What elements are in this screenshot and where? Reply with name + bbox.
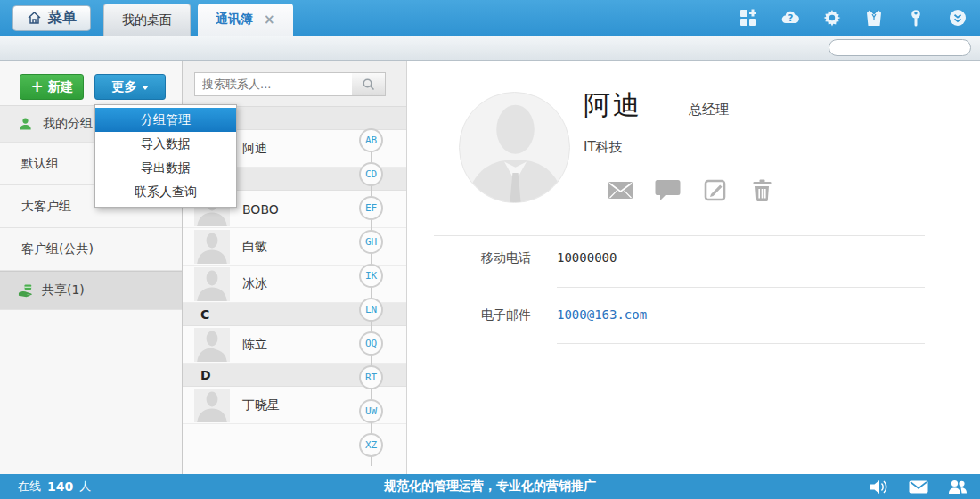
- alphabet-index-cd[interactable]: CD: [359, 162, 383, 186]
- send-email-icon[interactable]: [608, 179, 633, 201]
- online-label: 在线: [18, 479, 41, 495]
- collapse-circle-icon[interactable]: [948, 8, 968, 28]
- menu-button[interactable]: 菜单: [12, 5, 91, 31]
- menu-item-import-data[interactable]: 导入数据: [95, 132, 236, 156]
- plus-icon: +: [30, 79, 43, 94]
- avatar: [194, 230, 230, 264]
- contact-name: 冰冰: [242, 276, 267, 292]
- more-button-label: 更多: [112, 79, 137, 95]
- send-sms-icon[interactable]: [655, 179, 681, 201]
- online-unit: 人: [79, 479, 91, 495]
- avatar: [194, 389, 230, 422]
- letter-label: D: [200, 368, 211, 382]
- more-button[interactable]: 更多: [94, 74, 166, 100]
- contact-detail-panel: 阿迪 总经理 IT科技: [407, 61, 980, 474]
- avatar: [194, 328, 230, 362]
- topbar: 菜单 我的桌面 通讯簿 × ?: [0, 0, 980, 36]
- contact-company: IT科技: [584, 139, 623, 156]
- password-key-icon[interactable]: [906, 8, 926, 28]
- contact-name: 阿迪: [242, 141, 267, 157]
- alphabet-index-rt[interactable]: RT: [359, 365, 383, 389]
- contact-job-title: 总经理: [689, 102, 729, 119]
- svg-text:?: ?: [788, 13, 793, 23]
- alphabet-index-ef[interactable]: EF: [359, 196, 383, 220]
- home-icon: [27, 11, 42, 25]
- contact-actions: [608, 179, 775, 201]
- sidebar-item-shared[interactable]: 共享(1): [0, 271, 182, 310]
- letter-label: C: [200, 307, 209, 322]
- menu-item-group-management[interactable]: 分组管理: [95, 108, 236, 132]
- user-icon: [18, 117, 33, 131]
- alphabet-index-ik[interactable]: IK: [359, 264, 383, 288]
- alphabet-index-ab[interactable]: AB: [359, 128, 383, 152]
- sidebar-item-label: 默认组: [21, 156, 59, 172]
- sidebar-item-label: 共享(1): [42, 282, 85, 299]
- online-status: 在线 140 人: [18, 479, 91, 495]
- contact-name: 阿迪: [584, 87, 642, 124]
- tab-my-desktop[interactable]: 我的桌面: [103, 4, 191, 36]
- field-value-email-link[interactable]: 1000@163.com: [557, 307, 647, 322]
- edit-contact-icon[interactable]: [702, 179, 728, 201]
- toolbar: [0, 36, 980, 61]
- divider: [434, 235, 925, 236]
- settings-gear-icon[interactable]: [822, 8, 842, 28]
- statusbar-icon-group: [870, 479, 968, 495]
- slogan-text: 规范化的管理运营，专业化的营销推广: [0, 479, 980, 495]
- field-value-mobile: 10000000: [557, 250, 617, 265]
- contact-name: BOBO: [242, 202, 279, 217]
- sidebar-actions: + 新建 更多: [0, 61, 182, 105]
- divider: [557, 343, 925, 344]
- contact-name: 丁晓星: [242, 397, 280, 413]
- statusbar: 在线 140 人 规范化的管理运营，专业化的营销推广: [0, 474, 980, 499]
- alphabet-index-gh[interactable]: GH: [359, 230, 383, 254]
- contact-search-bar: [183, 61, 406, 107]
- contact-name: 白敏: [242, 239, 267, 255]
- contact-avatar: [459, 92, 570, 203]
- topbar-icon-group: ?: [739, 8, 968, 28]
- sidebar-item-label: 大客户组: [21, 199, 71, 215]
- new-button-label: 新建: [48, 79, 73, 95]
- global-search-input[interactable]: [839, 42, 968, 54]
- sidebar-item-label: 客户组(公共): [21, 241, 94, 258]
- menu-item-contact-query[interactable]: 联系人查询: [95, 180, 236, 204]
- sidebar-item-customer-group-public[interactable]: 客户组(公共): [0, 228, 182, 271]
- alphabet-index-xz[interactable]: XZ: [359, 433, 383, 457]
- tab-address-book[interactable]: 通讯簿 ×: [198, 4, 293, 36]
- contact-name: 陈立: [242, 337, 267, 353]
- chevron-down-icon: [142, 86, 149, 90]
- field-label-mobile: 移动电话: [481, 250, 531, 266]
- tab-label: 通讯簿: [216, 12, 253, 28]
- volume-icon[interactable]: [870, 479, 889, 495]
- contacts-icon[interactable]: [948, 479, 968, 495]
- tab-bar: 我的桌面 通讯簿 ×: [103, 4, 293, 36]
- share-icon: [18, 283, 33, 298]
- mail-icon[interactable]: [909, 479, 928, 495]
- sidebar-item-label: 我的分组: [43, 116, 93, 132]
- online-count: 140: [47, 479, 73, 494]
- contact-search-input[interactable]: [194, 72, 353, 96]
- avatar: [194, 267, 230, 301]
- more-dropdown-menu: 分组管理 导入数据 导出数据 联系人查询: [94, 104, 237, 208]
- add-app-icon[interactable]: [739, 8, 758, 28]
- new-contact-button[interactable]: + 新建: [20, 74, 84, 100]
- theme-shirt-icon[interactable]: [864, 8, 884, 28]
- contact-search-button[interactable]: [352, 72, 386, 96]
- menu-item-export-data[interactable]: 导出数据: [95, 156, 236, 180]
- global-search[interactable]: [829, 39, 971, 56]
- delete-contact-icon[interactable]: [749, 179, 775, 201]
- close-icon[interactable]: ×: [264, 13, 275, 27]
- alphabet-index-ln[interactable]: LN: [359, 298, 383, 322]
- divider: [557, 287, 925, 288]
- app-window: 菜单 我的桌面 通讯簿 × ?: [0, 0, 980, 499]
- contact-header: 阿迪 总经理: [584, 87, 729, 124]
- search-icon: [362, 78, 375, 91]
- menu-button-label: 菜单: [48, 9, 77, 28]
- field-label-email: 电子邮件: [481, 307, 531, 323]
- alphabet-index-oq[interactable]: OQ: [359, 331, 383, 356]
- alphabet-index-uw[interactable]: UW: [359, 399, 383, 423]
- help-cloud-icon[interactable]: ?: [780, 8, 800, 28]
- tab-label: 我的桌面: [122, 12, 172, 29]
